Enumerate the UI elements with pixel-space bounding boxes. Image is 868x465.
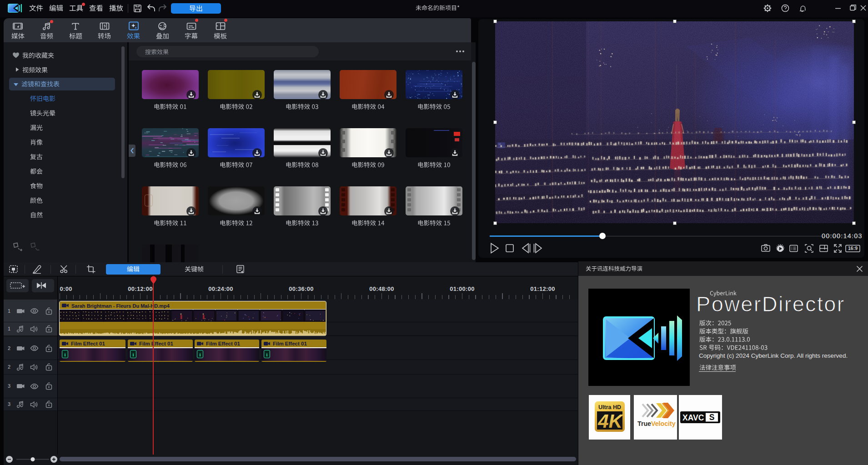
svg-text:4K: 4K: [597, 410, 623, 432]
svg-text:XAVC: XAVC: [682, 413, 704, 422]
svg-text:S: S: [709, 413, 715, 422]
svg-text:TrueVelocity: TrueVelocity: [637, 420, 676, 427]
svg-text:Ultra HD: Ultra HD: [598, 404, 621, 410]
